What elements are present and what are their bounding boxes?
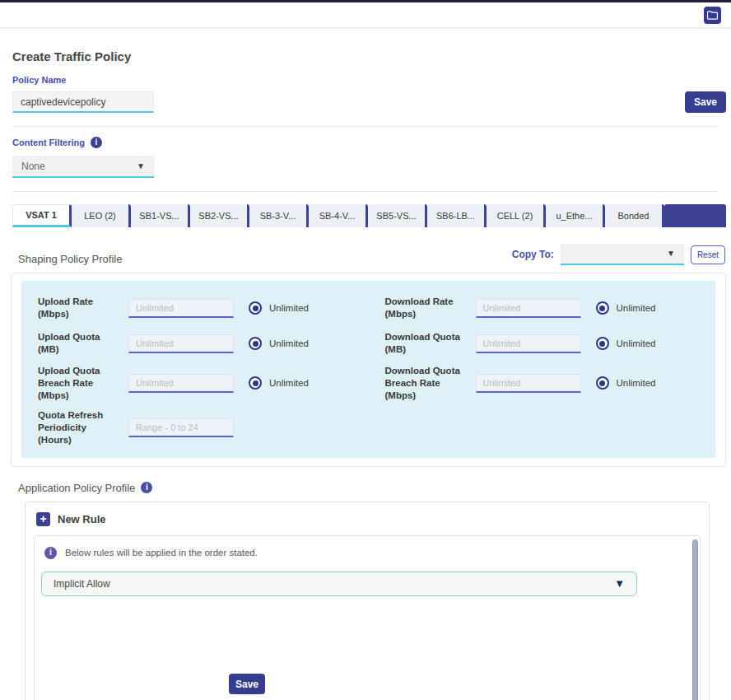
new-rule-button[interactable]: + New Rule (36, 512, 127, 526)
tab-sb3[interactable]: SB-3-V... (249, 204, 309, 227)
tab-sb1[interactable]: SB1-VS... (131, 204, 190, 227)
plus-icon: + (36, 512, 50, 526)
shaping-policy-title: Shaping Policy Profile (18, 253, 122, 265)
download-quota-label: Download Quota (MB) (385, 331, 469, 356)
vertical-scrollbar[interactable] (692, 539, 698, 700)
tab-sb4[interactable]: SB-4-V... (309, 204, 368, 227)
tab-sb2[interactable]: SB2-VS... (190, 204, 249, 227)
info-icon: i (44, 547, 57, 559)
save-button-top[interactable]: Save (685, 91, 726, 113)
tab-sb6[interactable]: SB6-LB... (427, 204, 487, 227)
shaping-fields-panel: Upload Rate (Mbps) Unlimited Download Ra… (21, 281, 715, 458)
upload-rate-label: Upload Rate (Mbps) (38, 296, 122, 320)
download-quota-input[interactable] (476, 334, 581, 353)
download-rate-unlimited-radio[interactable] (596, 301, 609, 315)
radio-label: Unlimited (617, 303, 656, 313)
upload-rate-field: Upload Rate (Mbps) Unlimited (38, 294, 352, 322)
chevron-down-icon: ▼ (614, 578, 625, 589)
upload-rate-input[interactable] (128, 299, 234, 318)
application-policy-panel: + New Rule i Below rules will be applied… (25, 502, 710, 700)
quota-refresh-field: Quota Refresh Periodicity (Hours) (38, 409, 352, 446)
tab-vsat1[interactable]: VSAT 1 (12, 204, 72, 227)
tab-leo[interactable]: LEO (2) (72, 204, 131, 227)
quota-refresh-input[interactable] (128, 418, 234, 437)
rules-list-panel: i Below rules will be applied in the ord… (34, 535, 701, 700)
download-rate-input[interactable] (476, 299, 581, 318)
radio-label: Unlimited (617, 378, 656, 388)
download-quota-breach-label: Download Quota Breach Rate (Mbps) (385, 365, 469, 402)
reset-button[interactable]: Reset (691, 245, 725, 264)
new-rule-label: New Rule (58, 513, 106, 525)
tab-u-ethernet[interactable]: u_Ethe... (546, 204, 605, 227)
radio-label: Unlimited (269, 338, 309, 348)
upload-quota-breach-input[interactable] (128, 374, 234, 393)
folder-window-icon (707, 11, 718, 20)
upload-quota-label: Upload Quota (MB) (38, 331, 122, 356)
content-filtering-value: None (21, 161, 45, 172)
radio-label: Unlimited (269, 303, 309, 313)
application-policy-title: Application Policy Profile (18, 482, 135, 494)
tabstrip-filler (664, 204, 726, 227)
download-rate-label: Download Rate (Mbps) (385, 296, 469, 320)
page-title: Create Traffic Policy (12, 49, 719, 63)
copy-to-label: Copy To: (512, 249, 554, 260)
download-quota-field: Download Quota (MB) Unlimited (385, 329, 700, 357)
implicit-rule-select[interactable]: Implicit Allow ▼ (41, 572, 637, 596)
upload-quota-breach-field: Upload Quota Breach Rate (Mbps) Unlimite… (38, 365, 352, 402)
shaping-policy-card: Upload Rate (Mbps) Unlimited Download Ra… (11, 273, 726, 467)
upload-quota-input[interactable] (128, 334, 234, 353)
quota-refresh-label: Quota Refresh Periodicity (Hours) (38, 409, 122, 446)
chevron-down-icon: ▼ (137, 162, 145, 170)
rules-order-note: Below rules will be applied in the order… (65, 548, 258, 558)
tab-bonded[interactable]: Bonded (605, 204, 664, 227)
implicit-rule-value: Implicit Allow (54, 578, 110, 590)
radio-label: Unlimited (269, 378, 309, 388)
upload-quota-field: Upload Quota (MB) Unlimited (38, 329, 352, 357)
content-filtering-label: Content Filtering (12, 138, 85, 147)
download-quota-unlimited-radio[interactable] (596, 337, 609, 350)
content-filtering-select[interactable]: None ▼ (12, 156, 154, 178)
download-quota-breach-unlimited-radio[interactable] (596, 376, 609, 390)
chevron-down-icon: ▼ (667, 250, 675, 258)
save-button-bottom[interactable]: Save (229, 674, 265, 694)
upload-rate-unlimited-radio[interactable] (249, 301, 262, 315)
tab-cell[interactable]: CELL (2) (487, 204, 546, 227)
section-divider (12, 126, 719, 127)
download-rate-field: Download Rate (Mbps) Unlimited (385, 294, 700, 322)
info-icon: i (91, 137, 102, 148)
copy-to-select[interactable]: ▼ (561, 244, 684, 265)
radio-label: Unlimited (617, 338, 656, 348)
policy-name-input[interactable] (12, 91, 154, 113)
download-quota-breach-input[interactable] (476, 374, 581, 393)
tab-sb5[interactable]: SB5-VS... (368, 204, 427, 227)
window-panel-button[interactable] (704, 7, 721, 24)
interface-tabstrip: VSAT 1 LEO (2) SB1-VS... SB2-VS... SB-3-… (12, 204, 726, 227)
upload-quota-breach-label: Upload Quota Breach Rate (Mbps) (38, 365, 122, 402)
download-quota-breach-field: Download Quota Breach Rate (Mbps) Unlimi… (385, 365, 700, 402)
app-bar (0, 2, 731, 28)
empty-cell (385, 409, 700, 446)
info-icon: i (141, 482, 152, 493)
policy-name-label: Policy Name (12, 75, 719, 85)
section-divider (12, 191, 719, 192)
upload-quota-breach-unlimited-radio[interactable] (249, 376, 262, 390)
upload-quota-unlimited-radio[interactable] (249, 337, 262, 350)
